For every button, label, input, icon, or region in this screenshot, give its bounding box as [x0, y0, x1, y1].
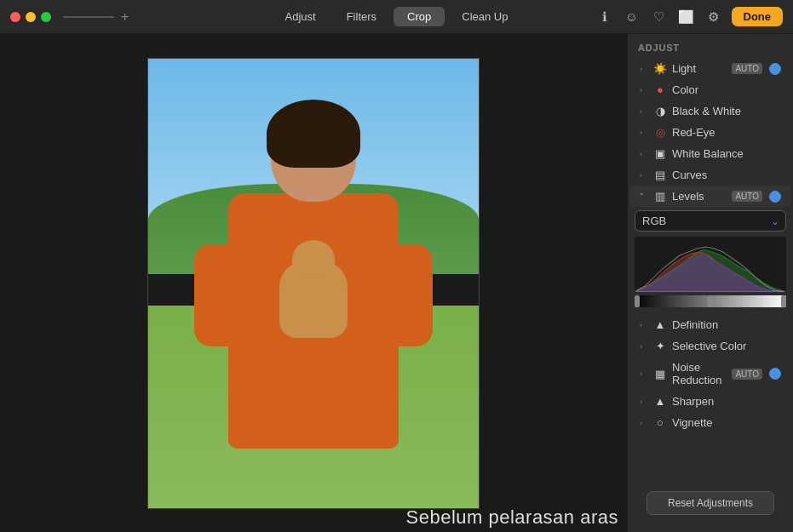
done-button[interactable]: Done [732, 7, 784, 26]
minimize-button[interactable] [26, 12, 36, 22]
tab-crop[interactable]: Crop [394, 7, 445, 26]
traffic-lights [10, 12, 51, 22]
chevron-right-icon: › [640, 129, 648, 137]
adjust-item-color[interactable]: › ● Color [629, 79, 791, 100]
adjust-item-selectivecolor[interactable]: › ✦ Selective Color [629, 335, 791, 357]
rgb-select-wrapper: RGB Red Green Blue Luminance ⌄ [635, 210, 786, 232]
person-figure [203, 100, 424, 508]
curves-icon: ▤ [653, 169, 667, 181]
redeye-icon: ◎ [653, 126, 667, 139]
chevron-right-icon: › [640, 419, 648, 427]
emoji-icon[interactable]: ☺ [623, 8, 641, 26]
curves-label: Curves [672, 169, 781, 181]
heart-icon[interactable]: ♡ [650, 8, 669, 26]
adjust-item-whitebalance[interactable]: › ▣ White Balance [629, 143, 791, 164]
color-icon: ● [653, 83, 667, 96]
photo-area: Sebelum pelarasan aras [0, 34, 627, 532]
selectivecolor-icon: ✦ [653, 340, 667, 352]
levels-gradient-slider[interactable] [635, 295, 786, 307]
definition-label: Definition [672, 318, 781, 331]
sharpen-label: Sharpen [672, 395, 781, 408]
chevron-right-icon: › [640, 150, 648, 158]
levels-icon: ▥ [653, 190, 667, 203]
noisereduction-icon: ▦ [653, 368, 667, 380]
adjust-item-noisereduction[interactable]: › ▦ Noise Reduction AUTO [629, 357, 791, 391]
tab-cleanup[interactable]: Clean Up [448, 7, 521, 26]
photo-label: Sebelum pelarasan aras [406, 506, 618, 529]
adjust-item-vignette[interactable]: › ○ Vignette [629, 412, 791, 433]
histogram-svg [635, 237, 786, 292]
noise-toggle[interactable] [769, 368, 781, 380]
right-panel: ADJUST › ☀️ Light AUTO › ● Color › ◑ Bla… [627, 34, 793, 532]
light-auto-badge: AUTO [732, 63, 762, 74]
maximize-button[interactable] [41, 12, 51, 22]
adjust-item-definition[interactable]: › ▲ Definition [629, 314, 791, 335]
adjust-item-sharpen[interactable]: › ▲ Sharpen [629, 391, 791, 412]
zoom-slider[interactable]: + [63, 9, 129, 25]
bw-label: Black & White [672, 105, 781, 117]
redeye-label: Red-Eye [672, 126, 781, 139]
person-hair [267, 100, 360, 168]
person-head [271, 108, 356, 202]
titlebar: + Adjust Filters Crop Clean Up ℹ ☺ ♡ ⬜ ⚙… [0, 0, 793, 34]
chevron-right-icon: › [640, 369, 648, 378]
titlebar-right: ℹ ☺ ♡ ⬜ ⚙ Done [595, 7, 784, 26]
levels-midpoint[interactable] [708, 295, 713, 307]
share-icon[interactable]: ⬜ [677, 8, 696, 26]
info-icon[interactable]: ℹ [595, 8, 614, 26]
histogram [635, 237, 786, 292]
slider-track [63, 16, 114, 18]
color-label: Color [672, 83, 781, 96]
levels-white-point[interactable] [781, 295, 786, 307]
adjust-item-curves[interactable]: › ▤ Curves [629, 164, 791, 186]
reset-adjustments-button[interactable]: Reset Adjustments [646, 491, 774, 515]
dog-figure [279, 261, 348, 338]
levels-black-point[interactable] [635, 295, 640, 307]
rgb-select[interactable]: RGB Red Green Blue Luminance [635, 210, 786, 232]
selectivecolor-label: Selective Color [672, 340, 781, 352]
vignette-label: Vignette [672, 416, 781, 429]
light-label: Light [672, 62, 727, 75]
light-icon: ☀️ [653, 62, 667, 75]
photo-container[interactable] [147, 58, 480, 509]
sharpen-icon: ▲ [653, 395, 667, 408]
adjust-item-levels[interactable]: ˅ ▥ Levels AUTO [629, 186, 791, 207]
close-button[interactable] [10, 12, 20, 22]
tab-bar: Adjust Filters Crop Clean Up [272, 7, 522, 26]
main-content: Sebelum pelarasan aras ADJUST › ☀️ Light… [0, 34, 793, 532]
dog-head [292, 240, 335, 278]
chevron-down-icon: ˅ [640, 192, 648, 201]
adjust-item-light[interactable]: › ☀️ Light AUTO [629, 58, 791, 79]
adjust-item-redeye[interactable]: › ◎ Red-Eye [629, 122, 791, 143]
whitebalance-label: White Balance [672, 147, 781, 160]
tab-filters[interactable]: Filters [333, 7, 390, 26]
panel-header: ADJUST [628, 34, 793, 58]
definition-icon: ▲ [653, 318, 667, 331]
chevron-right-icon: › [640, 107, 648, 116]
levels-auto-badge: AUTO [732, 191, 762, 202]
person-body [228, 193, 399, 449]
tab-adjust[interactable]: Adjust [272, 7, 330, 26]
chevron-right-icon: › [640, 86, 648, 94]
bw-icon: ◑ [653, 105, 667, 117]
vignette-icon: ○ [653, 416, 667, 429]
settings-icon[interactable]: ⚙ [704, 8, 723, 26]
zoom-plus-icon: + [121, 9, 129, 25]
chevron-right-icon: › [640, 342, 648, 351]
whitebalance-icon: ▣ [653, 147, 667, 160]
levels-section: RGB Red Green Blue Luminance ⌄ [628, 207, 793, 314]
levels-label: Levels [672, 190, 727, 203]
panel-footer: Reset Adjustments [628, 484, 793, 532]
noise-auto-badge: AUTO [732, 369, 762, 380]
levels-toggle[interactable] [769, 191, 781, 203]
noisereduction-label: Noise Reduction [672, 361, 727, 386]
chevron-right-icon: › [640, 398, 648, 406]
chevron-right-icon: › [640, 171, 648, 180]
adjust-item-bw[interactable]: › ◑ Black & White [629, 100, 791, 122]
light-toggle[interactable] [769, 63, 781, 75]
chevron-right-icon: › [640, 321, 648, 329]
chevron-right-icon: › [640, 65, 648, 73]
